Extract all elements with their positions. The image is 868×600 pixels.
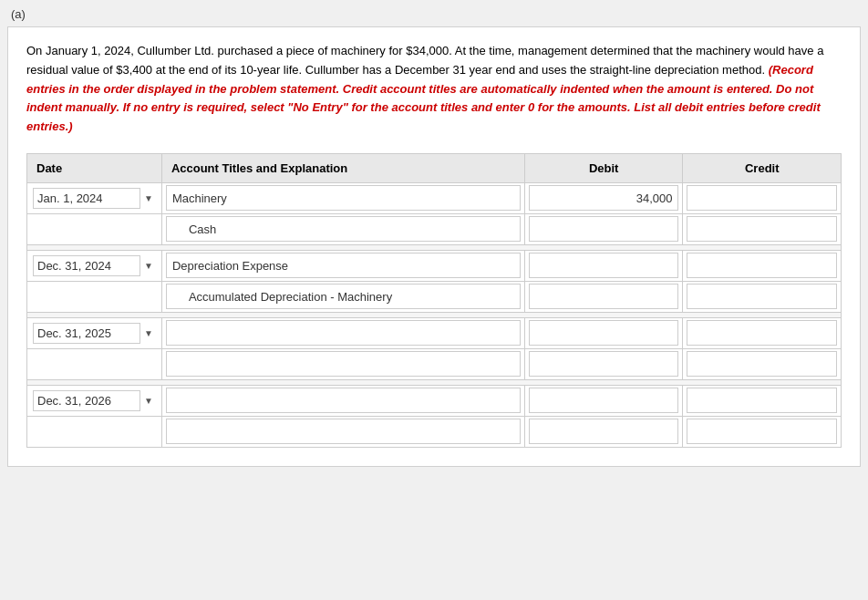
account-input-3b[interactable] <box>166 351 521 377</box>
date-select-1[interactable]: Jan. 1, 2024 Dec. 31, 2024 Dec. 31, 2025… <box>33 188 140 209</box>
date-select-2[interactable]: Jan. 1, 2024 Dec. 31, 2024 Dec. 31, 2025… <box>33 255 140 276</box>
header-date: Date <box>27 153 162 182</box>
table-row <box>27 213 842 244</box>
credit-input-4a[interactable] <box>687 388 837 413</box>
debit-cell-4a <box>524 385 683 416</box>
debit-cell-1b <box>524 213 683 244</box>
account-input-1a[interactable] <box>166 185 521 211</box>
debit-cell-1a <box>524 182 683 213</box>
credit-cell-3b <box>683 348 842 379</box>
credit-cell-1b <box>683 213 842 244</box>
debit-input-2a[interactable] <box>529 253 679 278</box>
date-cell-1: Jan. 1, 2024 Dec. 31, 2024 Dec. 31, 2025… <box>27 182 162 213</box>
credit-input-3a[interactable] <box>687 320 837 346</box>
table-row <box>27 416 842 447</box>
credit-cell-3a <box>683 317 842 348</box>
main-content: On January 1, 2024, Cullumber Ltd. purch… <box>7 26 861 467</box>
account-input-2b[interactable] <box>166 284 521 309</box>
credit-cell-4b <box>683 416 842 447</box>
debit-input-4b[interactable] <box>529 419 679 444</box>
account-cell-1b <box>161 213 524 244</box>
header-credit: Credit <box>683 153 842 182</box>
debit-input-3b[interactable] <box>529 351 679 377</box>
credit-input-4b[interactable] <box>687 419 837 444</box>
table-row: Jan. 1, 2024 Dec. 31, 2024 Dec. 31, 2025… <box>27 250 842 281</box>
account-input-3a[interactable] <box>166 320 521 346</box>
credit-cell-2b <box>683 281 842 312</box>
date-select-4[interactable]: Jan. 1, 2024 Dec. 31, 2024 Dec. 31, 2025… <box>33 390 140 411</box>
date-cell-3b <box>27 348 162 379</box>
date-cell-4b <box>27 416 162 447</box>
debit-input-1a[interactable] <box>529 185 679 211</box>
table-row <box>27 348 842 379</box>
credit-input-2b[interactable] <box>687 284 837 309</box>
account-cell-1a <box>161 182 524 213</box>
credit-input-1b[interactable] <box>687 216 837 242</box>
credit-input-2a[interactable] <box>687 253 837 278</box>
credit-cell-1a <box>683 182 842 213</box>
date-cell-2b <box>27 281 162 312</box>
table-row: Jan. 1, 2024 Dec. 31, 2024 Dec. 31, 2025… <box>27 385 842 416</box>
chevron-down-icon-4: ▼ <box>144 396 153 406</box>
account-input-4b[interactable] <box>166 419 521 444</box>
account-cell-3b <box>161 348 524 379</box>
date-cell-3: Jan. 1, 2024 Dec. 31, 2024 Dec. 31, 2025… <box>27 317 162 348</box>
date-cell-4: Jan. 1, 2024 Dec. 31, 2024 Dec. 31, 2025… <box>27 385 162 416</box>
chevron-down-icon-3: ▼ <box>144 328 153 338</box>
date-select-3[interactable]: Jan. 1, 2024 Dec. 31, 2024 Dec. 31, 2025… <box>33 323 140 344</box>
debit-cell-3b <box>524 348 683 379</box>
account-cell-4a <box>161 385 524 416</box>
credit-input-3b[interactable] <box>687 351 837 377</box>
journal-table: Date Account Titles and Explanation Debi… <box>26 153 842 448</box>
date-cell-1b <box>27 213 162 244</box>
header-account: Account Titles and Explanation <box>161 153 524 182</box>
intro-text-normal: On January 1, 2024, Cullumber Ltd. purch… <box>26 44 823 77</box>
debit-input-2b[interactable] <box>529 284 679 309</box>
account-input-4a[interactable] <box>166 388 521 413</box>
page-container: (a) On January 1, 2024, Cullumber Ltd. p… <box>0 0 868 600</box>
debit-input-3a[interactable] <box>529 320 679 346</box>
section-label: (a) <box>0 0 868 26</box>
account-cell-2b <box>161 281 524 312</box>
intro-paragraph: On January 1, 2024, Cullumber Ltd. purch… <box>26 42 842 137</box>
date-cell-2: Jan. 1, 2024 Dec. 31, 2024 Dec. 31, 2025… <box>27 250 162 281</box>
debit-cell-4b <box>524 416 683 447</box>
credit-input-1a[interactable] <box>687 185 837 211</box>
credit-cell-2a <box>683 250 842 281</box>
table-row: Jan. 1, 2024 Dec. 31, 2024 Dec. 31, 2025… <box>27 317 842 348</box>
table-row <box>27 281 842 312</box>
debit-input-4a[interactable] <box>529 388 679 413</box>
credit-cell-4a <box>683 385 842 416</box>
table-row: Jan. 1, 2024 Dec. 31, 2024 Dec. 31, 2025… <box>27 182 842 213</box>
chevron-down-icon-2: ▼ <box>144 261 153 271</box>
chevron-down-icon-1: ▼ <box>144 193 153 203</box>
debit-cell-2a <box>524 250 683 281</box>
debit-cell-3a <box>524 317 683 348</box>
debit-input-1b[interactable] <box>529 216 679 242</box>
account-input-2a[interactable] <box>166 253 521 278</box>
account-cell-2a <box>161 250 524 281</box>
account-cell-3a <box>161 317 524 348</box>
account-cell-4b <box>161 416 524 447</box>
debit-cell-2b <box>524 281 683 312</box>
header-debit: Debit <box>524 153 683 182</box>
account-input-1b[interactable] <box>166 216 521 242</box>
